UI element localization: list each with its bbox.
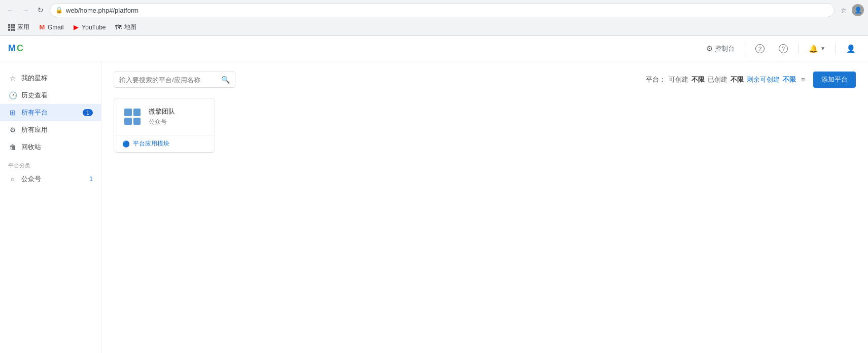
address-bar[interactable]: 🔒 web/home.php#/platform (50, 3, 835, 17)
lock-icon: 🔒 (55, 7, 63, 14)
help-button1[interactable]: ? (751, 42, 769, 55)
platforms-grid: 微擎团队 公众号 🔵 平台应用模块 (114, 98, 856, 153)
platform-type: 公众号 (149, 118, 206, 126)
star-icon: ☆ (8, 74, 17, 82)
bookmark-gmail[interactable]: M Gmail (34, 22, 67, 32)
console-link[interactable]: ⚙ 控制台 (702, 42, 739, 55)
bookmark-apps-label: 应用 (17, 23, 29, 31)
console-label: 控制台 (715, 44, 735, 53)
console-icon: ⚙ (706, 44, 713, 53)
bookmark-gmail-label: Gmail (48, 24, 63, 31)
bookmark-star-button[interactable]: ☆ (838, 4, 850, 16)
card-top: 微擎团队 公众号 (114, 98, 215, 135)
apps-grid-icon (8, 24, 15, 31)
user-avatar-icon: 👤 (852, 4, 864, 16)
created-label: 已创建 (708, 75, 727, 84)
bookmark-youtube[interactable]: ▶ YouTube (68, 22, 110, 32)
sidebar-category-label: 公众号 (21, 174, 41, 184)
history-icon: 🕐 (8, 91, 17, 99)
user-icon: 👤 (846, 44, 856, 53)
grid-icon: ⊞ (8, 109, 17, 117)
official-account-icon: ○ (8, 175, 17, 183)
profile-button[interactable]: 👤 (852, 4, 864, 16)
remaining-value: 不限 (783, 75, 796, 84)
official-account-badge: 1 (89, 175, 93, 183)
remaining-label: 剩余可创建 (747, 75, 780, 84)
main-content: ☆ 我的星标 🕐 历史查看 ⊞ 所有平台 1 ⚙ 所有应用 🗑 回收站 平台分类 (0, 61, 868, 353)
sidebar-label-recycle: 回收站 (21, 143, 41, 152)
search-icon: 🔍 (221, 76, 230, 84)
module-icon: 🔵 (122, 140, 130, 148)
apps-icon: ⚙ (8, 126, 17, 134)
app-container: MC ⚙ 控制台 ? ? 🔔 ▼ 👤 (0, 36, 868, 353)
header-actions: ⚙ 控制台 ? ? 🔔 ▼ 👤 (702, 42, 860, 55)
sidebar-label-all-platforms: 所有平台 (21, 108, 48, 117)
card-footer: 🔵 平台应用模块 (114, 135, 215, 152)
logo-c: C (17, 43, 23, 54)
platform-category-title: 平台分类 (0, 156, 101, 171)
bell-dropdown-icon: ▼ (820, 46, 825, 51)
created-value: 不限 (731, 75, 744, 84)
browser-chrome: ← → ↻ 🔒 web/home.php#/platform ☆ 👤 应用 M … (0, 0, 868, 36)
sidebar-label-history: 历史查看 (21, 91, 48, 100)
app-header: MC ⚙ 控制台 ? ? 🔔 ▼ 👤 (0, 36, 868, 61)
header-divider1 (745, 44, 745, 54)
sidebar-category-official-account[interactable]: ○ 公众号 1 (0, 171, 101, 187)
sidebar-item-recycle[interactable]: 🗑 回收站 (0, 138, 101, 156)
bookmark-maps-label: 地图 (124, 23, 136, 31)
page-content: 🔍 平台： 可创建 不限 已创建 不限 剩余可创建 不限 ≡ 添加平台 (101, 61, 868, 353)
can-create-value: 不限 (691, 75, 705, 84)
bell-icon: 🔔 (809, 44, 818, 53)
platform-name: 微擎团队 (149, 107, 206, 116)
platform-main-label: 平台： (646, 75, 666, 84)
user-button[interactable]: 👤 (842, 42, 860, 55)
bookmark-maps[interactable]: 🗺 地图 (111, 21, 141, 33)
youtube-icon: ▶ (73, 24, 80, 31)
page-header: 🔍 平台： 可创建 不限 已创建 不限 剩余可创建 不限 ≡ 添加平台 (114, 72, 856, 88)
platform-info: 平台： 可创建 不限 已创建 不限 剩余可创建 不限 ≡ (646, 75, 807, 84)
can-create-label: 可创建 (669, 75, 688, 84)
trash-icon: 🗑 (8, 143, 17, 151)
header-divider3 (836, 44, 836, 54)
search-box[interactable]: 🔍 (114, 72, 235, 88)
help-icon1: ? (755, 44, 765, 53)
add-platform-button[interactable]: 添加平台 (813, 72, 856, 88)
all-platforms-badge: 1 (83, 109, 93, 116)
sidebar-item-favorites[interactable]: ☆ 我的星标 (0, 69, 101, 87)
browser-actions: ☆ 👤 (838, 4, 864, 16)
logo-m: M (8, 43, 16, 54)
bookmark-apps[interactable]: 应用 (4, 21, 33, 33)
sidebar-item-all-platforms[interactable]: ⊞ 所有平台 1 (0, 104, 101, 121)
app-logo: MC (8, 43, 23, 54)
sidebar: ☆ 我的星标 🕐 历史查看 ⊞ 所有平台 1 ⚙ 所有应用 🗑 回收站 平台分类 (0, 61, 101, 353)
forward-button[interactable]: → (19, 4, 31, 16)
search-input[interactable] (119, 76, 218, 84)
platform-card-icon (122, 107, 143, 127)
gmail-icon: M (39, 24, 46, 31)
help-button2[interactable]: ? (775, 42, 792, 55)
sidebar-item-all-apps[interactable]: ⚙ 所有应用 (0, 121, 101, 138)
back-button[interactable]: ← (4, 4, 16, 16)
bell-button[interactable]: 🔔 ▼ (805, 42, 829, 55)
header-divider2 (798, 44, 798, 54)
bookmarks-bar: 应用 M Gmail ▶ YouTube 🗺 地图 (0, 20, 868, 36)
sidebar-label-favorites: 我的星标 (21, 74, 48, 83)
filter-icon[interactable]: ≡ (801, 76, 805, 84)
address-text: web/home.php#/platform (66, 7, 829, 14)
platform-card[interactable]: 微擎团队 公众号 🔵 平台应用模块 (114, 98, 215, 153)
sidebar-item-history[interactable]: 🕐 历史查看 (0, 87, 101, 104)
card-info: 微擎团队 公众号 (149, 107, 206, 126)
platform-modules-link[interactable]: 平台应用模块 (133, 139, 169, 148)
sidebar-label-all-apps: 所有应用 (21, 125, 48, 134)
reload-button[interactable]: ↻ (34, 4, 47, 16)
maps-icon: 🗺 (115, 24, 122, 31)
bookmark-youtube-label: YouTube (82, 24, 106, 31)
browser-toolbar: ← → ↻ 🔒 web/home.php#/platform ☆ 👤 (0, 0, 868, 20)
help-icon2: ? (779, 44, 788, 53)
